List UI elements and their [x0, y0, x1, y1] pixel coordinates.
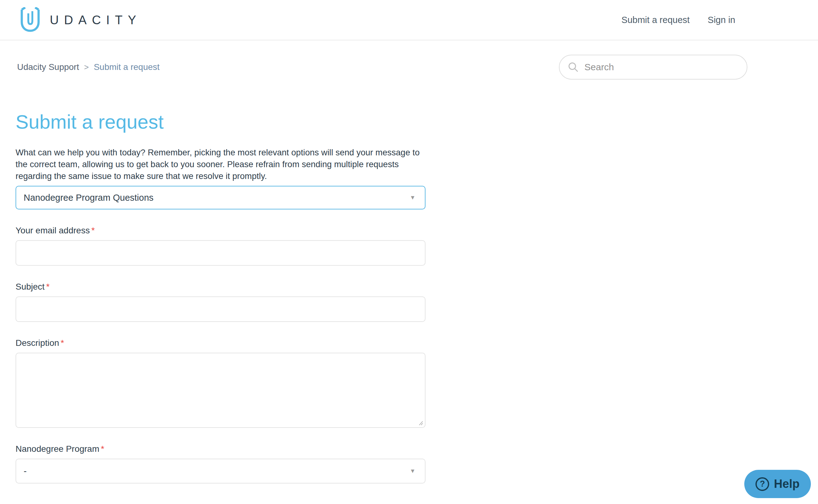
required-asterisk: * — [91, 226, 95, 235]
help-button[interactable]: ? Help — [744, 470, 811, 498]
topbar: Udacity Support > Submit a request — [0, 40, 818, 80]
breadcrumb: Udacity Support > Submit a request — [17, 62, 159, 72]
main-content: Submit a request What can we help you wi… — [0, 111, 442, 483]
header-nav: Submit a request Sign in — [622, 15, 735, 25]
search-input[interactable] — [584, 62, 739, 72]
help-button-label: Help — [774, 477, 799, 491]
breadcrumb-udacity-support[interactable]: Udacity Support — [17, 62, 79, 72]
program-select-value: - — [24, 466, 27, 476]
email-field-group: Your email address* — [16, 226, 442, 266]
description-field[interactable] — [16, 353, 425, 428]
program-label: Nanodegree Program* — [16, 444, 442, 454]
search-icon — [567, 62, 579, 73]
breadcrumb-separator: > — [84, 62, 89, 72]
required-asterisk: * — [61, 338, 64, 348]
page-title: Submit a request — [16, 111, 442, 133]
breadcrumb-current: Submit a request — [94, 62, 159, 72]
header: UDACITY Submit a request Sign in — [0, 0, 818, 40]
chevron-down-icon: ▼ — [410, 194, 416, 201]
nav-sign-in-link[interactable]: Sign in — [708, 15, 735, 25]
required-asterisk: * — [46, 282, 49, 291]
email-label: Your email address* — [16, 226, 442, 236]
required-asterisk: * — [101, 444, 104, 454]
category-select[interactable]: Nanodegree Program Questions ▼ — [16, 186, 425, 209]
subject-field[interactable] — [16, 296, 425, 322]
logo-wordmark: UDACITY — [50, 13, 141, 27]
subject-label: Subject* — [16, 282, 442, 292]
program-select[interactable]: - ▼ — [16, 459, 425, 483]
page: UDACITY Submit a request Sign in Udacity… — [0, 0, 818, 504]
program-field-group: Nanodegree Program* - ▼ — [16, 444, 442, 483]
category-select-value: Nanodegree Program Questions — [24, 193, 154, 203]
search-box[interactable] — [559, 55, 747, 80]
description-label: Description* — [16, 338, 442, 348]
subject-field-group: Subject* — [16, 282, 442, 322]
intro-text: What can we help you with today? Remembe… — [16, 147, 424, 182]
udacity-logo[interactable]: UDACITY — [19, 7, 141, 33]
email-field[interactable] — [16, 240, 425, 266]
udacity-logo-icon — [19, 7, 42, 33]
question-mark-icon: ? — [756, 477, 769, 491]
description-field-group: Description* — [16, 338, 442, 428]
chevron-down-icon: ▼ — [410, 468, 416, 474]
nav-submit-request-link[interactable]: Submit a request — [622, 15, 690, 25]
